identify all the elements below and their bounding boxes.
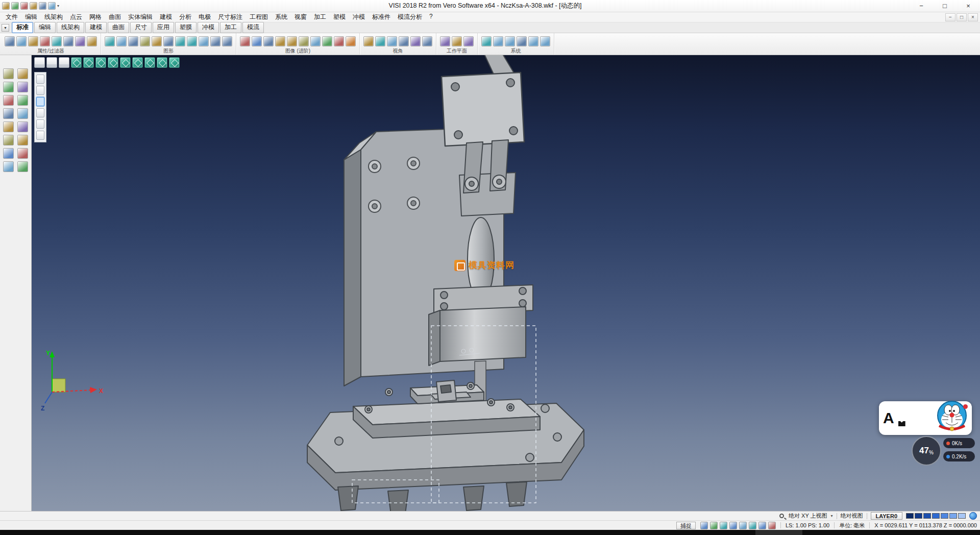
layer-color-swatch-4[interactable] xyxy=(941,513,948,519)
tile-windows-icon[interactable] xyxy=(46,57,57,68)
ribbon-tab-10[interactable]: 模流 xyxy=(242,22,264,33)
overlay-card[interactable]: A xyxy=(879,401,972,435)
new-window-icon[interactable] xyxy=(59,57,69,68)
ribbon-tab-5[interactable]: 尺寸 xyxy=(130,22,152,33)
color-filter-icon[interactable] xyxy=(63,36,74,46)
linetype-filter-icon[interactable] xyxy=(75,36,85,46)
mdi-close-button[interactable]: × xyxy=(968,13,978,21)
transparency-display-icon[interactable] xyxy=(210,36,220,46)
zoom-window-icon[interactable] xyxy=(375,36,385,46)
viewport-canvas[interactable]: Y X Z 模具资料网 A xyxy=(32,55,980,511)
undo-icon[interactable] xyxy=(48,2,56,10)
layer-color-swatch-5[interactable] xyxy=(949,513,957,519)
change-attributes-icon[interactable] xyxy=(5,36,15,46)
section-display-icon[interactable] xyxy=(199,36,209,46)
clip-planes-icon[interactable] xyxy=(310,36,321,46)
units-readout[interactable]: 单位: 毫米 xyxy=(839,522,865,529)
bottom-view-icon[interactable] xyxy=(144,57,155,68)
analysis-display-icon[interactable] xyxy=(175,36,185,46)
point-icon[interactable] xyxy=(3,82,14,92)
grid-settings-icon[interactable] xyxy=(505,36,515,46)
snap-point-icon[interactable] xyxy=(700,522,708,529)
menu-item-9[interactable]: 电极 xyxy=(195,12,214,22)
cad-model[interactable] xyxy=(32,55,980,511)
menu-item-8[interactable]: 分析 xyxy=(176,12,195,22)
ribbon-tab-9[interactable]: 加工 xyxy=(220,22,241,33)
tolerance-settings-icon[interactable] xyxy=(517,36,527,46)
extend-icon[interactable] xyxy=(17,148,28,159)
layer-color-swatch-0[interactable] xyxy=(906,513,914,519)
point-filter-icon[interactable] xyxy=(36,86,44,95)
back-view-icon[interactable] xyxy=(108,57,118,68)
scale-icon[interactable] xyxy=(17,135,28,145)
menu-item-5[interactable]: 曲面 xyxy=(105,12,125,22)
mesh-filter-icon[interactable] xyxy=(36,131,44,140)
screenshot-icon[interactable] xyxy=(322,36,332,46)
menu-item-14[interactable]: 加工 xyxy=(310,12,330,22)
pan-view-icon[interactable] xyxy=(399,36,409,46)
layer-color-swatch-2[interactable] xyxy=(923,513,931,519)
active-layer-button[interactable]: LAYER0 xyxy=(871,512,902,520)
match-properties-icon[interactable] xyxy=(16,36,27,46)
capture-percent-badge[interactable]: 47% xyxy=(912,436,941,466)
print-icon[interactable] xyxy=(39,2,46,10)
shaded-edges-mode-icon[interactable] xyxy=(140,36,150,46)
solid-filter-icon[interactable] xyxy=(36,119,44,129)
line-icon[interactable] xyxy=(17,82,28,92)
snap-toggle-button[interactable]: 捕捉 xyxy=(676,522,696,529)
draft-display-icon[interactable] xyxy=(187,36,197,46)
close-button[interactable]: × xyxy=(957,0,980,12)
snap-intersection-icon[interactable] xyxy=(739,522,747,529)
render-settings-icon[interactable] xyxy=(346,36,356,46)
shaded-mode-icon[interactable] xyxy=(128,36,138,46)
system-options-icon[interactable] xyxy=(540,36,550,46)
visibility-filter-icon[interactable] xyxy=(87,36,97,46)
mdi-restore-button[interactable]: □ xyxy=(957,13,967,21)
left-view-icon[interactable] xyxy=(120,57,131,68)
menu-item-6[interactable]: 实体编辑 xyxy=(125,12,156,22)
ribbon-tab-3[interactable]: 建模 xyxy=(85,22,107,33)
ribbon-tab-7[interactable]: 塑膜 xyxy=(175,22,197,33)
cone-display-icon[interactable] xyxy=(163,36,174,46)
environment-icon[interactable] xyxy=(299,36,309,46)
menu-item-19[interactable]: ? xyxy=(426,12,436,22)
display-settings-icon[interactable] xyxy=(969,512,977,520)
rectangle-icon[interactable] xyxy=(3,108,14,119)
right-view-icon[interactable] xyxy=(132,57,143,68)
ribbon-tab-4[interactable]: 曲面 xyxy=(108,22,129,33)
new-workplane-icon[interactable] xyxy=(440,36,450,46)
color-settings-icon[interactable] xyxy=(481,36,492,46)
layers-icon[interactable] xyxy=(17,161,28,172)
trimetric-view-icon[interactable] xyxy=(169,57,180,68)
snap-center-icon[interactable] xyxy=(729,522,737,529)
ortho-toggle-icon[interactable] xyxy=(758,522,766,529)
menu-item-16[interactable]: 冲模 xyxy=(349,12,369,22)
snap-grid-icon[interactable] xyxy=(749,522,756,529)
move-icon[interactable] xyxy=(3,121,14,132)
layer-color-swatch-3[interactable] xyxy=(932,513,940,519)
materials-icon[interactable] xyxy=(275,36,285,46)
ribbon-tab-8[interactable]: 冲模 xyxy=(198,22,219,33)
new-file-icon[interactable] xyxy=(11,2,19,10)
shadows-icon[interactable] xyxy=(252,36,262,46)
toolbar-options-caret-icon[interactable]: ▾ xyxy=(56,4,61,8)
mdi-minimize-button[interactable]: − xyxy=(945,13,955,21)
arc-icon[interactable] xyxy=(3,95,14,106)
polyline-icon[interactable] xyxy=(17,108,28,119)
circle-icon[interactable] xyxy=(17,95,28,106)
save-file-icon[interactable] xyxy=(30,2,37,10)
layer-filter-icon[interactable] xyxy=(52,36,62,46)
ribbon-tab-0[interactable]: 标准 xyxy=(12,22,33,33)
measure-icon[interactable] xyxy=(3,161,14,172)
workplane-lock-icon[interactable] xyxy=(768,522,776,529)
menu-item-1[interactable]: 编辑 xyxy=(21,12,41,22)
zoom-previous-icon[interactable] xyxy=(387,36,397,46)
menu-item-15[interactable]: 塑模 xyxy=(330,12,349,22)
open-file-icon[interactable] xyxy=(20,2,28,10)
rotate-view-icon[interactable] xyxy=(410,36,421,46)
zoom-all-icon[interactable] xyxy=(363,36,374,46)
menu-item-11[interactable]: 工程图 xyxy=(246,12,272,22)
trim-icon[interactable] xyxy=(3,148,14,159)
selection-filter-icon[interactable] xyxy=(40,36,50,46)
iso-view-icon[interactable] xyxy=(71,57,82,68)
